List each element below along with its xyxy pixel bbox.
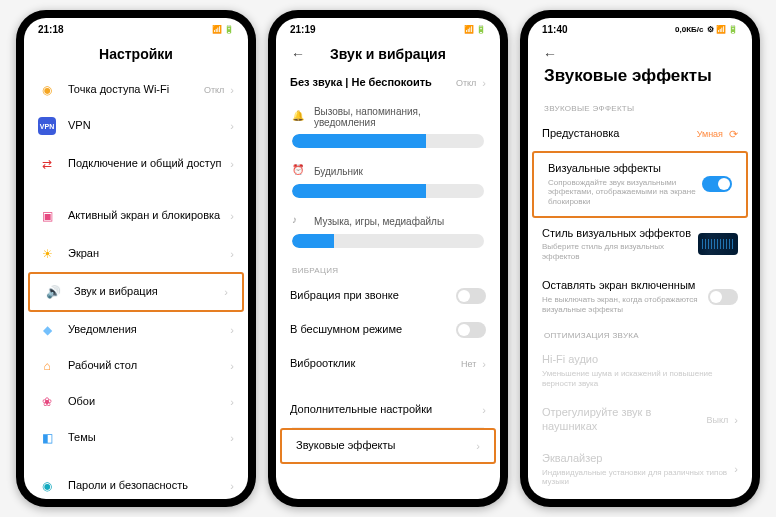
row-subtitle: Выберите стиль для визуальных эффектов <box>542 242 698 261</box>
row-label: Оставлять экран включенным Не выключать … <box>542 279 708 314</box>
back-button[interactable]: ← <box>542 46 558 62</box>
row-sound-effects[interactable]: Звуковые эффекты › <box>280 428 496 464</box>
wallpaper-icon: ❀ <box>38 393 56 411</box>
chevron-right-icon: › <box>230 396 234 408</box>
row-label: Активный экран и блокировка <box>68 209 224 223</box>
row-visual-effects[interactable]: Визуальные эффекты Сопровождайте звук ви… <box>532 151 748 218</box>
row-vpn[interactable]: VPN VPN › <box>24 108 248 144</box>
row-label: Отрегулируйте звук в наушниках <box>542 406 701 434</box>
row-homescreen[interactable]: ⌂ Рабочий стол › <box>24 348 248 384</box>
title-row: ← Звук и вибрация <box>276 40 500 66</box>
row-hotspot[interactable]: ◉ Точка доступа Wi-Fi Откл › <box>24 72 248 108</box>
page-title: Настройки <box>38 46 234 62</box>
hotspot-icon: ◉ <box>38 81 56 99</box>
effects-list: ЗВУКОВЫЕ ЭФФЕКТЫ Предустановка Умная ⟳ В… <box>528 96 752 499</box>
chevron-right-icon: › <box>482 404 486 416</box>
phone-sound: 21:19 📶 🔋 ← Звук и вибрация Без звука | … <box>268 10 508 507</box>
chevron-right-icon: › <box>230 158 234 170</box>
settings-list: ◉ Точка доступа Wi-Fi Откл › VPN VPN › ⇄… <box>24 72 248 499</box>
chevron-right-icon: › <box>230 210 234 222</box>
status-icons: 0,0КБ/с ⚙ 📶 🔋 <box>675 25 738 34</box>
slider-track[interactable] <box>292 184 484 198</box>
chevron-right-icon: › <box>230 480 234 492</box>
row-label: Стиль визуальных эффектов Выберите стиль… <box>542 227 698 262</box>
toggle[interactable] <box>456 288 486 304</box>
slider-ringtone[interactable]: 🔔 Вызовы, напоминания, уведомления <box>276 100 500 158</box>
fingerprint-icon: ◉ <box>38 477 56 495</box>
bell-icon: 🔔 <box>292 110 306 124</box>
row-equalizer: Эквалайзер Индивидуальные установки для … <box>528 443 752 496</box>
status-bar: 21:19 📶 🔋 <box>276 18 500 40</box>
chevron-right-icon: › <box>230 84 234 96</box>
alarm-icon: ⏰ <box>292 164 306 178</box>
row-adjust-headphones: Отрегулируйте звук в наушниках Выкл › <box>528 397 752 443</box>
row-security[interactable]: ◉ Пароли и безопасность › <box>24 468 248 499</box>
status-time: 21:18 <box>38 24 64 35</box>
row-display[interactable]: ☀ Экран › <box>24 236 248 272</box>
row-vibrate-silent[interactable]: В бесшумном режиме <box>276 313 500 347</box>
slider-track[interactable] <box>292 234 484 248</box>
chevron-right-icon: › <box>482 358 486 370</box>
row-subtitle: Сопровождайте звук визуальными эффектами… <box>548 178 702 207</box>
chevron-right-icon: › <box>230 248 234 260</box>
row-subtitle: Индивидуальные установки для различных т… <box>542 468 728 487</box>
vpn-icon: VPN <box>38 117 56 135</box>
row-sound[interactable]: 🔊 Звук и вибрация › <box>28 272 244 312</box>
row-haptic[interactable]: Виброотклик Нет › <box>276 347 500 381</box>
chevron-right-icon: › <box>482 77 486 89</box>
lock-icon: ▣ <box>38 207 56 225</box>
toggle[interactable] <box>708 289 738 305</box>
slider-alarm[interactable]: ⏰ Будильник <box>276 158 500 208</box>
status-bar: 21:18 📶 🔋 <box>24 18 248 40</box>
slider-track[interactable] <box>292 134 484 148</box>
page-title: Звуковые эффекты <box>528 62 752 96</box>
row-label: Уведомления <box>68 323 224 337</box>
row-hifi: Hi-Fi аудио Уменьшение шума и искажений … <box>528 344 752 397</box>
chevron-right-icon: › <box>734 463 738 475</box>
row-notifications[interactable]: ◆ Уведомления › <box>24 312 248 348</box>
row-preset[interactable]: Предустановка Умная ⟳ <box>528 117 752 151</box>
theme-icon: ◧ <box>38 429 56 447</box>
row-sharing[interactable]: ⇄ Подключение и общий доступ › <box>24 144 248 184</box>
row-label: VPN <box>68 119 224 133</box>
row-advanced[interactable]: Дополнительные настройки › <box>276 393 500 427</box>
section-vibration: ВИБРАЦИЯ <box>276 258 500 279</box>
row-label: Дополнительные настройки <box>290 403 476 417</box>
section-optimization: ОПТИМИЗАЦИЯ ЗВУКА <box>528 323 752 344</box>
row-silent[interactable]: Без звука | Не беспокоить Откл › <box>276 66 500 100</box>
slider-media[interactable]: ♪ Музыка, игры, медиафайлы <box>276 208 500 258</box>
row-label: Экран <box>68 247 224 261</box>
phone-settings: 21:18 📶 🔋 Настройки ◉ Точка доступа Wi-F… <box>16 10 256 507</box>
row-label: Звуковые эффекты <box>296 439 470 453</box>
status-time: 21:19 <box>290 24 316 35</box>
status-icons: 📶 🔋 <box>212 25 234 34</box>
slider-label: Вызовы, напоминания, уведомления <box>314 106 484 128</box>
row-label: Визуальные эффекты Сопровождайте звук ви… <box>548 162 702 207</box>
row-keep-screen-on[interactable]: Оставлять экран включенным Не выключать … <box>528 270 752 323</box>
row-subtitle: Уменьшение шума и искажений и повышение … <box>542 369 738 388</box>
bell-icon: ◆ <box>38 321 56 339</box>
toggle[interactable] <box>456 322 486 338</box>
row-lockscreen[interactable]: ▣ Активный экран и блокировка › <box>24 196 248 236</box>
row-vibrate-ring[interactable]: Вибрация при звонке <box>276 279 500 313</box>
row-label: Точка доступа Wi-Fi <box>68 83 198 97</box>
speaker-icon: 🔊 <box>44 283 62 301</box>
status-icons: 📶 🔋 <box>464 25 486 34</box>
slider-label: Музыка, игры, медиафайлы <box>314 216 444 227</box>
chevron-right-icon: › <box>230 360 234 372</box>
row-visual-style[interactable]: Стиль визуальных эффектов Выберите стиль… <box>528 218 752 271</box>
row-value: Откл <box>204 85 224 95</box>
row-subtitle: Не выключать экран, когда отображаются в… <box>542 295 708 314</box>
share-icon: ⇄ <box>38 155 56 173</box>
row-label: Эквалайзер Индивидуальные установки для … <box>542 452 728 487</box>
row-label: Виброотклик <box>290 357 455 371</box>
row-themes[interactable]: ◧ Темы › <box>24 420 248 456</box>
status-time: 11:40 <box>542 24 568 35</box>
title-row: ← <box>528 40 752 62</box>
phone-effects: 11:40 0,0КБ/с ⚙ 📶 🔋 ← Звуковые эффекты З… <box>520 10 760 507</box>
row-wallpaper[interactable]: ❀ Обои › <box>24 384 248 420</box>
toggle[interactable] <box>702 176 732 192</box>
row-label: Hi-Fi аудио Уменьшение шума и искажений … <box>542 353 738 388</box>
title-row: Настройки <box>24 40 248 72</box>
status-bar: 11:40 0,0КБ/с ⚙ 📶 🔋 <box>528 18 752 40</box>
